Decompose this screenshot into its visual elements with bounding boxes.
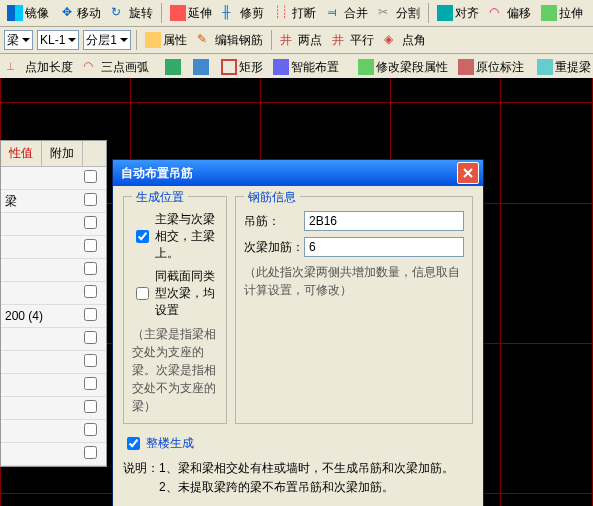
- parallel-label: 平行: [350, 32, 374, 49]
- redraw-button[interactable]: 重提梁: [533, 57, 593, 78]
- tool-icon-1[interactable]: [161, 57, 187, 77]
- diaojin-label: 吊筋：: [244, 213, 304, 230]
- move-button[interactable]: ✥移动: [55, 3, 105, 24]
- rebar-info-group: 钢筋信息 吊筋： 次梁加筋： （此处指次梁两侧共增加数量，信息取自计算设置，可修…: [235, 196, 473, 424]
- name-value: KL-1: [40, 33, 65, 47]
- trim-icon: ╫: [222, 5, 238, 21]
- trim-button[interactable]: ╫修剪: [218, 3, 268, 24]
- dialog-title: 自动布置吊筋: [121, 165, 193, 182]
- caret-icon: [120, 38, 128, 42]
- prop-checkbox[interactable]: [84, 331, 97, 344]
- property-row: [1, 282, 106, 305]
- tool-icon-2[interactable]: [189, 57, 215, 77]
- prop-checkbox[interactable]: [84, 239, 97, 252]
- grid-icon: [193, 59, 209, 75]
- property-row: [1, 351, 106, 374]
- prop-checkbox[interactable]: [84, 423, 97, 436]
- rotate-icon: ↻: [111, 5, 127, 21]
- property-row: [1, 328, 106, 351]
- note-ciliang: （此处指次梁两侧共增加数量，信息取自计算设置，可修改）: [244, 263, 464, 299]
- tab-extra[interactable]: 附加: [42, 141, 83, 166]
- prop-checkbox[interactable]: [84, 193, 97, 206]
- prop-checkbox[interactable]: [84, 262, 97, 275]
- ciliang-input[interactable]: [304, 237, 464, 257]
- offset-button[interactable]: ◠偏移: [485, 3, 535, 24]
- stretch-button[interactable]: 拉伸: [537, 3, 587, 24]
- separator: [271, 30, 272, 50]
- chk-whole-box[interactable]: [127, 437, 140, 450]
- prop-checkbox[interactable]: [84, 377, 97, 390]
- split-button[interactable]: ✂分割: [374, 3, 424, 24]
- two-point-button[interactable]: 井两点: [276, 30, 326, 51]
- corner-icon: ◈: [384, 32, 400, 48]
- orig-label-button[interactable]: 原位标注: [454, 57, 531, 78]
- gen-pos-group: 生成位置 主梁与次梁相交，主梁上。 同截面同类型次梁，均设置 （主梁是指梁相交处…: [123, 196, 227, 424]
- chk-main-sub[interactable]: 主梁与次梁相交，主梁上。: [132, 211, 218, 262]
- corner-label: 点角: [402, 32, 426, 49]
- orig-label-label: 原位标注: [476, 59, 524, 76]
- redraw-icon: [537, 59, 553, 75]
- mirror-button[interactable]: 镜像: [3, 3, 53, 24]
- chk1-label: 主梁与次梁相交，主梁上。: [155, 211, 218, 262]
- extend-button[interactable]: 延伸: [166, 3, 216, 24]
- two-point-icon: 井: [280, 32, 296, 48]
- prop-checkbox[interactable]: [84, 400, 97, 413]
- offset-label: 偏移: [507, 5, 531, 22]
- prop-checkbox[interactable]: [84, 446, 97, 459]
- chk-same-section-box[interactable]: [136, 287, 149, 300]
- merge-icon: ⫤: [326, 5, 342, 21]
- mirror-label: 镜像: [25, 5, 49, 22]
- property-row: [1, 236, 106, 259]
- diaojin-input[interactable]: [304, 211, 464, 231]
- property-row: 200 (4): [1, 305, 106, 328]
- break-button[interactable]: ┊┊打断: [270, 3, 320, 24]
- layer-value: 分层1: [86, 32, 117, 49]
- rotate-button[interactable]: ↻旋转: [107, 3, 157, 24]
- extend-label: 延伸: [188, 5, 212, 22]
- close-button[interactable]: [457, 162, 479, 184]
- tab-value[interactable]: 性值: [1, 141, 42, 166]
- prop-checkbox[interactable]: [84, 216, 97, 229]
- property-row: [1, 443, 106, 466]
- rebar-info-legend: 钢筋信息: [244, 189, 300, 206]
- chk-main-sub-box[interactable]: [136, 230, 149, 243]
- split-icon: ✂: [378, 5, 394, 21]
- auto-hanger-dialog: 自动布置吊筋 生成位置 主梁与次梁相交，主梁上。 同截面同类型次梁，均设置 （主…: [112, 159, 484, 506]
- align-label: 对齐: [455, 5, 479, 22]
- edit-rebar-button[interactable]: ✎编辑钢筋: [193, 30, 267, 51]
- arc3-button[interactable]: ◠三点画弧: [79, 57, 153, 78]
- props-button[interactable]: 属性: [141, 30, 191, 51]
- rect-icon: [221, 59, 237, 75]
- prop-checkbox[interactable]: [84, 170, 97, 183]
- smart-button[interactable]: 智能布置: [269, 57, 346, 78]
- note-beam-def: （主梁是指梁相交处为支座的梁。次梁是指相交处不为支座的梁）: [132, 325, 218, 415]
- chk-whole-building[interactable]: 整楼生成: [123, 434, 473, 453]
- prop-checkbox[interactable]: [84, 285, 97, 298]
- property-row: 梁: [1, 190, 106, 213]
- parallel-icon: 井: [332, 32, 348, 48]
- props-icon: [145, 32, 161, 48]
- chk-same-section[interactable]: 同截面同类型次梁，均设置: [132, 268, 218, 319]
- property-row: [1, 259, 106, 282]
- dialog-titlebar[interactable]: 自动布置吊筋: [113, 160, 483, 186]
- gen-pos-legend: 生成位置: [132, 189, 188, 206]
- prop-checkbox[interactable]: [84, 354, 97, 367]
- add-len-button[interactable]: ⟂点加长度: [3, 57, 77, 78]
- break-label: 打断: [292, 5, 316, 22]
- parallel-button[interactable]: 井平行: [328, 30, 378, 51]
- rect-button[interactable]: 矩形: [217, 57, 267, 78]
- merge-button[interactable]: ⫤合并: [322, 3, 372, 24]
- layer-combo[interactable]: 分层1: [83, 30, 131, 50]
- prop-checkbox[interactable]: [84, 308, 97, 321]
- separator: [136, 30, 137, 50]
- label-icon: [458, 59, 474, 75]
- mod-seg-button[interactable]: 修改梁段属性: [354, 57, 452, 78]
- corner-button[interactable]: ◈点角: [380, 30, 430, 51]
- pencil-icon: ✎: [197, 32, 213, 48]
- two-point-label: 两点: [298, 32, 322, 49]
- mirror-icon: [7, 5, 23, 21]
- align-button[interactable]: 对齐: [433, 3, 483, 24]
- name-combo[interactable]: KL-1: [37, 30, 79, 50]
- type-combo[interactable]: 梁: [4, 30, 33, 50]
- caret-icon: [68, 38, 76, 42]
